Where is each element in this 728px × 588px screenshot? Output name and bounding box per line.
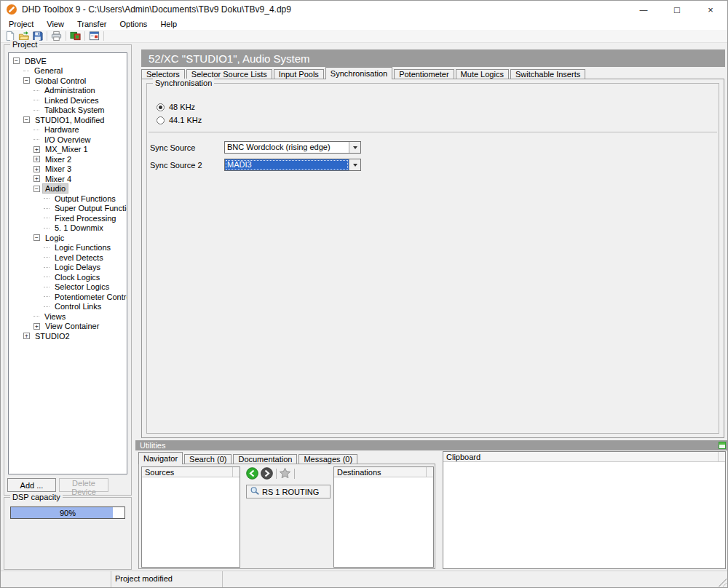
favorites-star-button[interactable]	[279, 467, 291, 480]
field-label: Sync Source	[150, 143, 224, 152]
menu-view[interactable]: View	[40, 19, 71, 29]
tree-item-dbve[interactable]: −DBVE	[9, 56, 127, 66]
tree-item-selector-logics[interactable]: Selector Logics	[9, 282, 127, 293]
close-button[interactable]: ×	[694, 1, 727, 18]
toolbar-separator	[47, 31, 47, 41]
tab-synchronisation[interactable]: Synchronisation	[325, 67, 392, 79]
expand-icon[interactable]: +	[33, 156, 40, 162]
radio-button[interactable]	[157, 116, 165, 124]
tab-selectors[interactable]: Selectors	[141, 69, 185, 79]
tab-messages-0[interactable]: Messages (0)	[298, 454, 357, 464]
toolbar	[1, 30, 727, 43]
minimize-button[interactable]: —	[627, 1, 660, 18]
menu-project[interactable]: Project	[2, 19, 40, 29]
dsp-capacity-legend: DSP capacity	[10, 493, 63, 502]
tree-item-5-1-downmix[interactable]: 5. 1 Downmix	[9, 223, 127, 234]
tab-potentiometer[interactable]: Potentiometer	[394, 69, 454, 79]
sync-source-2-dropdown[interactable]: MADI3	[224, 159, 361, 171]
tree-item-level-detects[interactable]: Level Detects	[9, 253, 127, 263]
sync-source-dropdown[interactable]: BNC Wordclock (rising edge)	[224, 141, 361, 154]
route-left-arrow-button[interactable]	[246, 467, 258, 480]
sources-list-body[interactable]	[142, 477, 240, 567]
tab-input-pools[interactable]: Input Pools	[274, 69, 324, 79]
transfer-icon[interactable]	[68, 30, 82, 42]
tree-item-linked-devices[interactable]: Linked Devices	[9, 95, 127, 106]
collapse-icon[interactable]: −	[33, 234, 40, 241]
tree-item-administration[interactable]: Administration	[9, 86, 127, 96]
sources-list-header: Sources	[142, 467, 240, 477]
monitor-icon[interactable]	[87, 30, 101, 42]
collapse-utilities-icon[interactable]	[719, 442, 726, 449]
print-icon[interactable]	[50, 30, 63, 42]
tab-search-0[interactable]: Search (0)	[184, 454, 232, 464]
tree-item-hardware[interactable]: Hardware	[9, 125, 127, 135]
tree-item-super-output-functions[interactable]: Super Output Functions	[9, 204, 127, 214]
tree-item-potentiometer-control[interactable]: Potentiometer Control	[9, 292, 127, 302]
route-right-arrow-button[interactable]	[261, 467, 273, 480]
toolbar-separator	[103, 31, 104, 41]
tree-item-studio1-modified[interactable]: −STUDIO1, Modified	[9, 115, 127, 125]
routing-view-button[interactable]: RS 1 ROUTING	[246, 485, 331, 498]
clipboard-column-header[interactable]: Clipboard	[443, 452, 719, 461]
tree-item-logic-functions[interactable]: Logic Functions	[9, 243, 127, 253]
tab-mute-logics[interactable]: Mute Logics	[456, 69, 509, 79]
project-panel-legend: Project	[10, 40, 39, 49]
tree-item-label: Views	[42, 312, 68, 321]
destinations-column-header[interactable]: Destinations	[334, 467, 427, 477]
tree-item-global-control[interactable]: −Global Control	[9, 76, 127, 86]
tree-item-view-container[interactable]: +View Container	[9, 322, 127, 332]
sources-column-header[interactable]: Sources	[142, 467, 233, 477]
tree-item-mixer-2[interactable]: +Mixer 2	[9, 154, 127, 164]
tree-connector	[44, 267, 50, 268]
tree-item-output-functions[interactable]: Output Functions	[9, 194, 127, 204]
tree-item-i-o-overview[interactable]: I/O Overview	[9, 135, 127, 145]
expand-icon[interactable]: +	[33, 323, 40, 330]
toolbar-separator	[294, 469, 295, 479]
project-panel: Project −DBVEGeneral−Global ControlAdmin…	[4, 44, 132, 496]
radio-option-48-khz[interactable]: 48 KHz	[157, 103, 202, 111]
tree-item-label: Mixer 4	[43, 175, 74, 183]
dropdown-arrow-icon[interactable]	[349, 142, 360, 153]
destinations-list-header: Destinations	[334, 467, 433, 477]
tree-item-logic-delays[interactable]: Logic Delays	[9, 263, 127, 273]
expand-icon[interactable]: +	[23, 333, 30, 339]
tab-documentation[interactable]: Documentation	[233, 454, 297, 464]
tab-navigator[interactable]: Navigator	[138, 452, 183, 464]
dropdown-arrow-icon[interactable]	[349, 159, 360, 170]
tree-item-general[interactable]: General	[9, 66, 127, 76]
expand-icon[interactable]: +	[33, 175, 40, 182]
tree-item-mixer-3[interactable]: +Mixer 3	[9, 164, 127, 175]
tab-selector-source-lists[interactable]: Selector Source Lists	[186, 69, 272, 79]
tree-connector	[44, 228, 50, 229]
menu-options[interactable]: Options	[113, 19, 154, 29]
menu-transfer[interactable]: Transfer	[71, 19, 114, 29]
tree-item-logic[interactable]: −Logic	[9, 233, 127, 243]
expand-icon[interactable]: +	[33, 146, 40, 153]
clipboard-body[interactable]	[443, 462, 725, 568]
destinations-list-body[interactable]	[334, 477, 433, 567]
radio-option-44-1-khz[interactable]: 44.1 KHz	[157, 116, 202, 124]
tree-item-mixer-4[interactable]: +Mixer 4	[9, 174, 127, 184]
tree-item-label: Control Links	[52, 302, 103, 311]
tree-item-views[interactable]: Views	[9, 311, 127, 322]
tree-item-clock-logics[interactable]: Clock Logics	[9, 272, 127, 282]
status-section-1: Project modified	[111, 571, 223, 587]
tab-switchable-inserts[interactable]: Switchable Inserts	[510, 69, 585, 79]
radio-button[interactable]	[157, 103, 165, 111]
project-tree[interactable]: −DBVEGeneral−Global ControlAdministratio…	[8, 52, 127, 474]
tree-item-fixed-processing[interactable]: Fixed Processing	[9, 213, 127, 223]
collapse-icon[interactable]: −	[23, 77, 30, 84]
tree-item-talkback-system[interactable]: Talkback System	[9, 106, 127, 116]
tree-item-audio[interactable]: −Audio	[9, 184, 127, 194]
collapse-icon[interactable]: −	[23, 116, 30, 123]
collapse-icon[interactable]: −	[33, 186, 40, 192]
collapse-icon[interactable]: −	[13, 57, 20, 64]
tree-item-label: View Container	[43, 322, 101, 330]
add-device-button[interactable]: Add ...	[7, 478, 56, 492]
tree-item-control-links[interactable]: Control Links	[9, 302, 127, 312]
maximize-button[interactable]: □	[660, 1, 694, 18]
tree-item-mx-mixer-1[interactable]: +MX_Mixer 1	[9, 145, 127, 155]
expand-icon[interactable]: +	[33, 166, 40, 172]
tree-item-studio2[interactable]: +STUDIO2	[9, 331, 127, 341]
menu-help[interactable]: Help	[154, 19, 183, 29]
